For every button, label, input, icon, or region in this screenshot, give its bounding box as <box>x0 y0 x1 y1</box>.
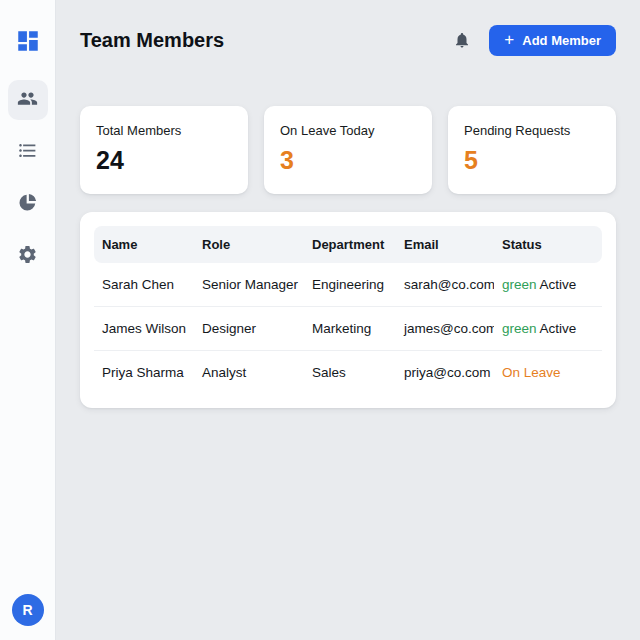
page-title: Team Members <box>80 29 224 52</box>
cell-name: Sarah Chen <box>94 263 194 307</box>
gear-icon <box>17 244 38 269</box>
table-row[interactable]: James Wilson Designer Marketing james@co… <box>94 307 602 351</box>
sidebar-item-team-members[interactable] <box>8 80 48 120</box>
stat-card-total-members: Total Members 24 <box>80 106 248 194</box>
add-member-button[interactable]: + Add Member <box>489 25 616 56</box>
cell-name: James Wilson <box>94 307 194 351</box>
sidebar-nav <box>8 80 48 276</box>
stat-value: 3 <box>280 146 416 175</box>
column-header-email: Email <box>396 226 494 263</box>
topbar: Team Members + Add Member <box>80 24 616 56</box>
sidebar-item-reports[interactable] <box>8 184 48 224</box>
cell-status: green Active <box>494 263 602 307</box>
main-content: Team Members + Add Member Total Members … <box>56 0 640 640</box>
stat-cards: Total Members 24 On Leave Today 3 Pendin… <box>80 106 616 194</box>
cell-name: Priya Sharma <box>94 351 194 395</box>
status-label: On Leave <box>502 365 561 380</box>
column-header-status: Status <box>494 226 602 263</box>
cell-email: priya@co.com <box>396 351 494 395</box>
members-table-card: Name Role Department Email Status Sarah … <box>80 212 616 408</box>
stat-label: Pending Requests <box>464 123 600 138</box>
status-word: green <box>502 277 537 292</box>
status-label: Active <box>540 321 577 336</box>
cell-role: Designer <box>194 307 304 351</box>
column-header-department: Department <box>304 226 396 263</box>
cell-status: On Leave <box>494 351 602 395</box>
stat-card-on-leave-today: On Leave Today 3 <box>264 106 432 194</box>
stat-label: On Leave Today <box>280 123 416 138</box>
cell-department: Engineering <box>304 263 396 307</box>
table-row[interactable]: Sarah Chen Senior Manager Engineering sa… <box>94 263 602 307</box>
sidebar-item-settings[interactable] <box>8 236 48 276</box>
column-header-name: Name <box>94 226 194 263</box>
table-header-row: Name Role Department Email Status <box>94 226 602 263</box>
pie-chart-icon <box>17 192 38 217</box>
column-header-role: Role <box>194 226 304 263</box>
stat-value: 5 <box>464 146 600 175</box>
cell-status: green Active <box>494 307 602 351</box>
cell-email: james@co.com <box>396 307 494 351</box>
list-icon <box>17 140 38 165</box>
status-label: Active <box>540 277 577 292</box>
sidebar-item-lists[interactable] <box>8 132 48 172</box>
user-avatar[interactable]: R <box>12 594 44 626</box>
cell-email: sarah@co.com <box>396 263 494 307</box>
cell-department: Sales <box>304 351 396 395</box>
stat-label: Total Members <box>96 123 232 138</box>
cell-department: Marketing <box>304 307 396 351</box>
stat-value: 24 <box>96 146 232 175</box>
cell-role: Senior Manager <box>194 263 304 307</box>
dashboard-logo[interactable] <box>15 28 41 54</box>
stat-card-pending-requests: Pending Requests 5 <box>448 106 616 194</box>
bell-icon[interactable] <box>453 31 471 49</box>
add-member-label: Add Member <box>522 33 601 48</box>
members-table: Name Role Department Email Status Sarah … <box>94 226 602 394</box>
topbar-actions: + Add Member <box>453 25 616 56</box>
plus-icon: + <box>504 31 514 48</box>
people-icon <box>17 88 38 113</box>
sidebar: R <box>0 0 56 640</box>
cell-role: Analyst <box>194 351 304 395</box>
status-word: green <box>502 321 537 336</box>
table-row[interactable]: Priya Sharma Analyst Sales priya@co.com … <box>94 351 602 395</box>
